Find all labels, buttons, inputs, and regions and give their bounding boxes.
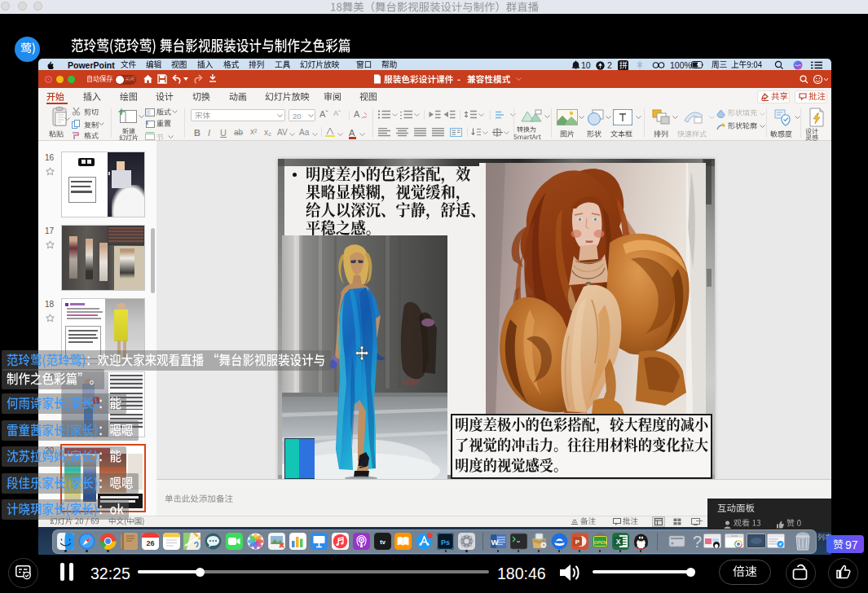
svg-text:Ps: Ps — [441, 538, 450, 547]
svg-text:P: P — [575, 538, 579, 546]
svg-text:OPEN: OPEN — [593, 540, 606, 545]
svg-text:tv: tv — [380, 538, 386, 546]
svg-text:?: ? — [692, 533, 701, 550]
svg-text:W: W — [491, 538, 498, 547]
svg-text:26: 26 — [146, 539, 154, 547]
svg-text:X: X — [615, 538, 620, 546]
